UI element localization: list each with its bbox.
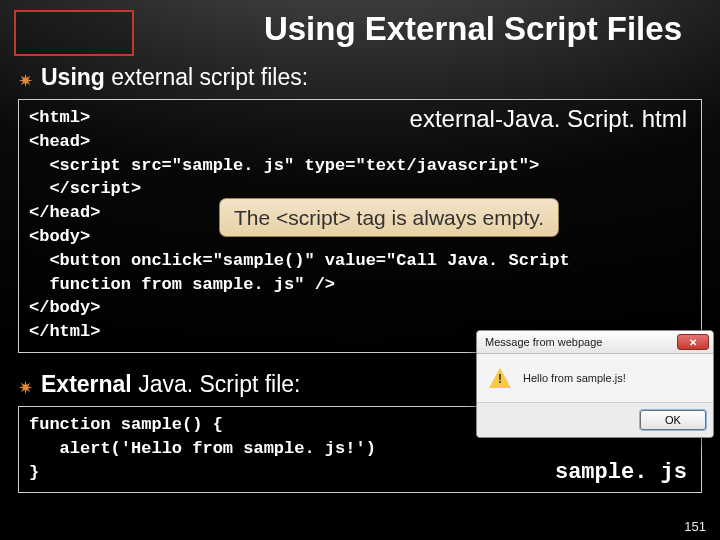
bullet-1-rest: external script files: — [105, 64, 308, 90]
bullet-1-bold: Using — [41, 64, 105, 90]
close-button[interactable]: ✕ — [677, 334, 709, 350]
warning-icon — [489, 368, 511, 388]
dialog-message: Hello from sample.js! — [523, 372, 626, 384]
bullet-icon: ✷ — [18, 72, 33, 90]
code-label-html: external-Java. Script. html — [410, 102, 687, 136]
alert-dialog: Message from webpage ✕ Hello from sample… — [476, 330, 714, 438]
dialog-footer: OK — [477, 402, 713, 437]
bullet-1-text: Using external script files: — [41, 64, 308, 91]
bullet-1: ✷ Using external script files: — [18, 64, 702, 91]
dialog-title: Message from webpage — [485, 336, 602, 348]
callout-badge: The <script> tag is always empty. — [219, 198, 559, 237]
code-label-js: sample. js — [555, 458, 687, 489]
slide-title: Using External Script Files — [0, 10, 700, 48]
slide: Using External Script Files ✷ Using exte… — [0, 0, 720, 540]
close-icon: ✕ — [689, 337, 697, 348]
code-box-html: external-Java. Script. html <html> <head… — [18, 99, 702, 353]
dialog-titlebar: Message from webpage ✕ — [477, 331, 713, 354]
dialog-body: Hello from sample.js! — [477, 354, 713, 402]
ok-button[interactable]: OK — [640, 410, 706, 430]
bullet-icon: ✷ — [18, 379, 33, 397]
bullet-2-rest: Java. Script file: — [132, 371, 301, 397]
bullet-2-text: External Java. Script file: — [41, 371, 301, 398]
bullet-2-bold: External — [41, 371, 132, 397]
page-number: 151 — [684, 519, 706, 534]
